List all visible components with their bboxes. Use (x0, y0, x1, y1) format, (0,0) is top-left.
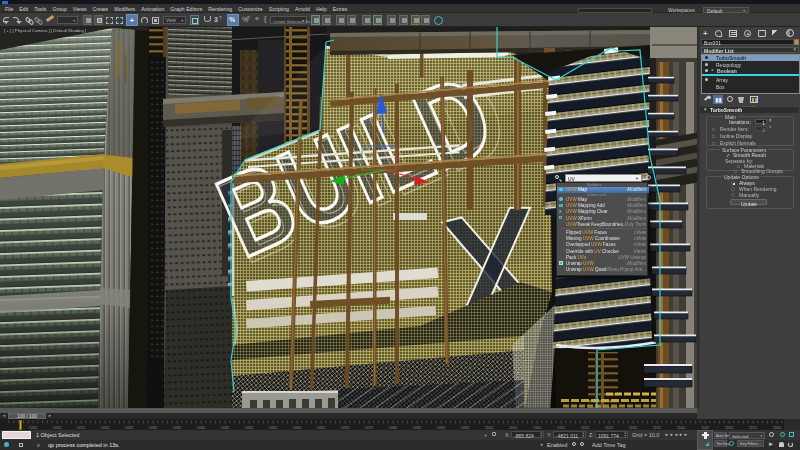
svg-text:1150: 1150 (725, 426, 733, 430)
svg-text:1055: 1055 (269, 426, 277, 430)
svg-text:1060: 1060 (293, 426, 301, 430)
svg-text:1135: 1135 (653, 426, 661, 430)
svg-text:1040: 1040 (197, 426, 205, 430)
svg-text:1030: 1030 (149, 426, 157, 430)
svg-text:1160: 1160 (773, 426, 781, 430)
svg-text:1120: 1120 (581, 426, 589, 430)
svg-text:1070: 1070 (341, 426, 349, 430)
svg-text:1035: 1035 (173, 426, 181, 430)
svg-text:1015: 1015 (77, 426, 85, 430)
svg-text:[ + ] [ Physical Camera ] [: [ + ] [ Physical Camera ] [ Default Shad… (4, 28, 86, 33)
svg-text:1095: 1095 (461, 426, 469, 430)
svg-text:1010: 1010 (53, 426, 61, 430)
svg-text:1115: 1115 (557, 426, 565, 430)
svg-text:1145: 1145 (701, 426, 709, 430)
svg-text:1125: 1125 (605, 426, 613, 430)
svg-text:1050: 1050 (245, 426, 253, 430)
svg-text:1130: 1130 (629, 426, 637, 430)
svg-text:1025: 1025 (125, 426, 133, 430)
svg-text:1140: 1140 (677, 426, 685, 430)
svg-text:1080: 1080 (389, 426, 397, 430)
svg-text:1065: 1065 (317, 426, 325, 430)
svg-text:1105: 1105 (509, 426, 517, 430)
svg-text:1110: 1110 (533, 426, 541, 430)
svg-text:1085: 1085 (413, 426, 421, 430)
svg-text:1020: 1020 (101, 426, 109, 430)
svg-text:1090: 1090 (437, 426, 445, 430)
svg-text:1155: 1155 (749, 426, 757, 430)
svg-text:1100: 1100 (485, 426, 493, 430)
svg-text:1005: 1005 (29, 426, 37, 430)
svg-text:1075: 1075 (365, 426, 373, 430)
svg-text:1045: 1045 (221, 426, 229, 430)
